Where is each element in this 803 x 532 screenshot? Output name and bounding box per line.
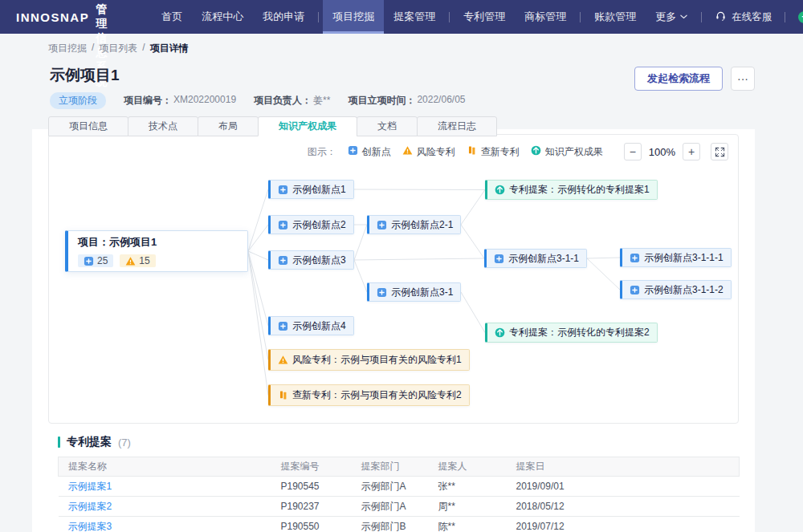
tab-layout[interactable]: 布局 xyxy=(198,116,259,136)
breadcrumb-current: 项目详情 xyxy=(150,42,189,55)
more-actions-button[interactable]: ··· xyxy=(731,67,755,91)
risk-icon xyxy=(278,355,288,365)
nav-item-process-center[interactable]: 流程中心 xyxy=(192,0,253,34)
stage-badge: 立项阶段 xyxy=(50,92,106,109)
breadcrumb-link[interactable]: 项目挖掘 xyxy=(48,42,87,55)
diagram-node-n3[interactable]: 示例创新点3 xyxy=(268,250,354,270)
diagram-node-n4[interactable]: 示例创新点4 xyxy=(268,316,354,335)
node-label: 示例创新点2 xyxy=(292,218,346,232)
proposal-link[interactable]: 示例提案1 xyxy=(59,477,271,497)
novelty-icon xyxy=(467,145,477,158)
proposal-link[interactable]: 示例提案2 xyxy=(59,497,271,517)
breadcrumb-link[interactable]: 项目列表 xyxy=(99,42,137,55)
innovation-icon xyxy=(377,287,387,298)
diagram-node-r1[interactable]: 风险专利：示例与项目有关的风险专利1 xyxy=(268,349,470,371)
novelty-icon xyxy=(278,390,288,400)
innovation-icon xyxy=(348,145,358,158)
zoom-out-button[interactable]: − xyxy=(624,143,642,160)
field-value: XM202200019 xyxy=(173,94,236,108)
nav-item-proposal-mgmt[interactable]: 提案管理 xyxy=(384,0,445,34)
diagram-toolbar: 图示： 创新点风险专利查新专利知识产权成果 − 100% + xyxy=(308,143,728,160)
nav-item-more[interactable]: 更多 xyxy=(646,0,697,34)
nav-item-home[interactable]: 首页 xyxy=(152,0,192,34)
patent-proposals-section: 专利提案 (7) 提案名称提案编号提案部门提案人提案日 示例提案1P190545… xyxy=(58,435,739,532)
tab-project-info[interactable]: 项目信息 xyxy=(48,116,128,136)
cell-proposer: 张** xyxy=(429,477,507,497)
plus-circle-icon: + xyxy=(798,11,803,23)
diagram-node-n3112[interactable]: 示例创新点3-1-1-2 xyxy=(620,280,732,299)
tab-ip-results[interactable]: 知识产权成果 xyxy=(258,116,357,136)
diagram-node-n31[interactable]: 示例创新点3-1 xyxy=(367,282,461,302)
cell-proposal-no: P190550 xyxy=(271,517,352,532)
cell-proposal-no: P190237 xyxy=(271,497,352,517)
node-label: 示例创新点3-1 xyxy=(391,286,453,299)
nav-item-project-mining[interactable]: 项目挖掘 xyxy=(323,0,384,34)
node-label: 示例创新点3-1-1-2 xyxy=(644,283,724,297)
count-badge-innovation: 25 xyxy=(78,254,113,267)
legend-item-risk: 风险专利 xyxy=(402,145,455,159)
diagram-node-root[interactable]: 项目：示例项目12515 xyxy=(65,230,248,272)
project-field-1: 项目负责人：姜** xyxy=(254,94,330,108)
ip-icon xyxy=(495,185,505,195)
section-title: 专利提案 xyxy=(67,435,112,449)
node-label: 风险专利：示例与项目有关的风险专利1 xyxy=(292,353,462,367)
page-header: 示例项目1 立项阶段 项目编号：XM202200019项目负责人：姜**项目立项… xyxy=(50,65,755,109)
node-label: 示例创新点3-1-1 xyxy=(508,252,579,266)
nav-item-payment-mgmt[interactable]: 账款管理 xyxy=(585,0,646,34)
zoom-in-button[interactable]: + xyxy=(683,143,700,160)
node-label: 示例创新点4 xyxy=(292,319,346,333)
legend-item-novelty: 查新专利 xyxy=(467,145,520,159)
diagram-node-r2[interactable]: 查新专利：示例与项目有关的风险专利2 xyxy=(268,384,470,406)
field-label: 项目立项时间： xyxy=(348,94,415,108)
diagram-node-n21[interactable]: 示例创新点2-1 xyxy=(367,215,461,234)
node-label: 查新专利：示例与项目有关的风险专利2 xyxy=(292,388,462,402)
section-count: (7) xyxy=(118,437,131,449)
divider xyxy=(785,12,785,22)
proposal-link[interactable]: 示例提案3 xyxy=(59,517,271,532)
table-row: 示例提案3P190550示例部门B陈**2019/07/12 xyxy=(59,517,740,532)
diagram-node-n311[interactable]: 示例创新点3-1-1 xyxy=(484,249,587,268)
node-label: 专利提案：示例转化的专利提案2 xyxy=(509,326,650,339)
diagram-node-p1[interactable]: 专利提案：示例转化的专利提案1 xyxy=(485,180,658,200)
legend-item-ip: 知识产权成果 xyxy=(531,145,603,159)
breadcrumb-separator: / xyxy=(92,42,94,55)
field-value: 2022/06/05 xyxy=(417,94,465,108)
innovation-icon xyxy=(84,256,94,266)
start-search-flow-button[interactable]: 发起检索流程 xyxy=(634,67,723,91)
cell-date: 2018/05/12 xyxy=(507,497,740,517)
ip-icon xyxy=(531,145,541,158)
nav-item-my-applications[interactable]: 我的申请 xyxy=(253,0,314,34)
diagram-node-n1[interactable]: 示例创新点1 xyxy=(268,180,354,199)
tab-process-log[interactable]: 流程日志 xyxy=(417,116,497,136)
fullscreen-button[interactable] xyxy=(711,143,728,160)
nav-item-patent-mgmt[interactable]: 专利管理 xyxy=(454,0,515,34)
new-proposal-button[interactable]: + 新建提案 xyxy=(789,10,803,24)
chevron-down-icon xyxy=(680,14,687,19)
diagram-canvas[interactable]: 图示： 创新点风险专利查新专利知识产权成果 − 100% + 项目：示例项目12… xyxy=(48,134,739,424)
innovation-icon xyxy=(377,220,387,230)
table-row: 示例提案1P190545示例部门A张**2019/09/01 xyxy=(59,477,740,497)
legend-item-innovation: 创新点 xyxy=(348,145,391,159)
diagram-node-p2[interactable]: 专利提案：示例转化的专利提案2 xyxy=(485,323,658,343)
diagram-node-n3111[interactable]: 示例创新点3-1-1-1 xyxy=(620,248,732,267)
section-header: 专利提案 (7) xyxy=(58,435,739,449)
nav-actions: 在线客服 + 新建提案 业务工具 admin xyxy=(697,0,803,34)
brand: INNOSNAP 知识产权管理信息系统 xyxy=(16,0,107,34)
headset-icon xyxy=(715,10,727,24)
col-header-proposal-name: 提案名称 xyxy=(59,457,271,477)
root-node-badges: 2515 xyxy=(78,254,156,267)
count-badge-risk: 15 xyxy=(120,254,155,267)
cell-date: 2019/09/01 xyxy=(507,477,740,497)
tab-documents[interactable]: 文档 xyxy=(357,116,418,136)
cell-proposer: 周** xyxy=(429,497,507,517)
node-label: 示例创新点3-1-1-1 xyxy=(644,251,724,265)
risk-icon xyxy=(125,256,136,266)
project-meta: 立项阶段 项目编号：XM202200019项目负责人：姜**项目立项时间：202… xyxy=(50,92,755,109)
online-support-button[interactable]: 在线客服 xyxy=(706,10,781,24)
diagram-node-n2[interactable]: 示例创新点2 xyxy=(268,215,354,234)
cell-date: 2019/07/12 xyxy=(507,517,740,532)
tab-tech-points[interactable]: 技术点 xyxy=(128,116,198,136)
cell-department: 示例部门A xyxy=(352,497,429,517)
nav-item-trademark-mgmt[interactable]: 商标管理 xyxy=(515,0,576,34)
field-label: 项目负责人： xyxy=(254,94,312,108)
